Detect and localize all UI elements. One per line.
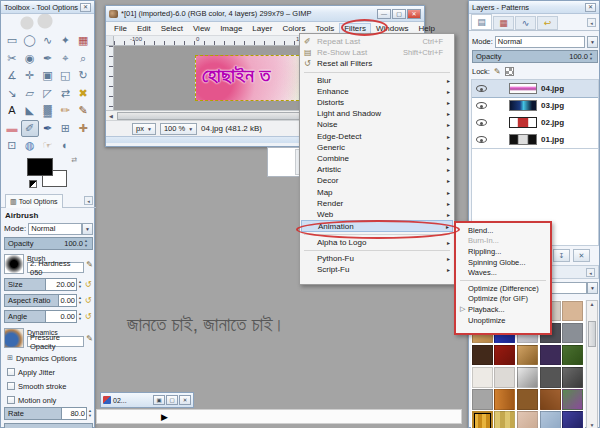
pattern-swatch[interactable] xyxy=(562,389,583,410)
foreground-color-swatch[interactable] xyxy=(27,158,53,176)
smudge-tool-button[interactable]: ☞ xyxy=(39,137,57,155)
checkbox-box[interactable] xyxy=(7,382,15,390)
rotate-tool-button[interactable]: ↻ xyxy=(74,67,92,85)
rate-spinner[interactable]: ▲▼ xyxy=(87,408,93,419)
bucket-fill-tool-button[interactable]: ◣ xyxy=(21,102,39,120)
animation-submenu-item-optimize-for-gif[interactable]: Optimize (for GIF) xyxy=(457,294,549,305)
animation-submenu-item-burn-in[interactable]: Burn-In... xyxy=(457,236,549,247)
maximize-button[interactable]: ▢ xyxy=(166,395,178,405)
pattern-swatch[interactable] xyxy=(494,345,515,366)
dodge-burn-tool-button[interactable]: ◐ xyxy=(56,137,74,155)
filters-menu-item-re-show-last[interactable]: ▤Re-Show LastShift+Ctrl+F xyxy=(301,47,453,58)
select-by-color-tool-button[interactable]: ▦ xyxy=(74,32,92,50)
opacity-slider[interactable]: Opacity 100.0 ▲▼ xyxy=(4,237,93,250)
pattern-swatch[interactable] xyxy=(472,389,493,410)
visibility-eye-icon[interactable] xyxy=(476,85,487,92)
lock-pixels-icon[interactable]: ✎ xyxy=(494,67,501,76)
menu-select[interactable]: Select xyxy=(156,23,188,34)
crop-tool-button[interactable]: ◱ xyxy=(56,67,74,85)
patterns-scroll-down-icon[interactable]: ▼ xyxy=(590,422,595,428)
minimized-window-02[interactable]: 02... ▣▢✕ xyxy=(100,392,194,408)
maximize-button[interactable]: ▢ xyxy=(392,9,406,19)
scale-tool-button[interactable]: ↘ xyxy=(3,85,21,103)
patterns-scrollbar[interactable]: ▲ ▼ xyxy=(586,300,598,428)
filters-menu-item-alpha-to-logo[interactable]: Alpha to Logo▸ xyxy=(301,237,453,248)
unit-select[interactable]: px ▼ xyxy=(132,123,156,135)
tab-paths[interactable]: ∿ xyxy=(515,16,536,30)
color-picker-tool-button[interactable]: ⌖ xyxy=(56,50,74,68)
layer-row-02-jpg[interactable]: 02.jpg xyxy=(472,114,598,131)
filters-menu-item-script-fu[interactable]: Script-Fu▸ xyxy=(301,264,453,275)
pattern-swatch[interactable] xyxy=(517,367,538,388)
clone-tool-button[interactable]: ⊞ xyxy=(56,120,74,138)
checkbox-box[interactable] xyxy=(7,396,15,404)
pattern-swatch[interactable] xyxy=(494,411,515,428)
layers-dock-titlebar[interactable]: Layers - Patterns ✕ xyxy=(469,1,599,14)
filters-menu-item-blur[interactable]: Blur▸ xyxy=(301,75,453,86)
visibility-eye-icon[interactable] xyxy=(476,119,487,126)
close-button[interactable]: ✕ xyxy=(179,395,191,405)
align-tool-button[interactable]: ▣ xyxy=(39,67,57,85)
blur-sharpen-tool-button[interactable]: ◍ xyxy=(21,137,39,155)
pattern-swatch[interactable] xyxy=(472,367,493,388)
filters-menu-item-artistic[interactable]: Artistic▸ xyxy=(301,164,453,175)
layer-row-04-jpg[interactable]: 04.jpg xyxy=(472,80,598,97)
eraser-tool-button[interactable]: ▬ xyxy=(3,120,21,138)
restore-button[interactable]: ▣ xyxy=(153,395,165,405)
toolbox-close-icon[interactable]: ✕ xyxy=(80,3,91,12)
pattern-swatch[interactable] xyxy=(540,389,561,410)
layer-opacity-spinner[interactable]: ▲▼ xyxy=(588,51,594,62)
checkbox-smooth-stroke[interactable]: Smooth stroke xyxy=(7,381,66,391)
filters-menu-item-light-and-shadow[interactable]: Light and Shadow▸ xyxy=(301,108,453,119)
filters-menu-item-render[interactable]: Render▸ xyxy=(301,198,453,209)
animation-submenu-item-blend[interactable]: Blend... xyxy=(457,225,549,236)
ellipse-select-tool-button[interactable]: ◯ xyxy=(21,32,39,50)
mode-select[interactable]: Normal xyxy=(28,223,82,235)
layer-mode-select[interactable]: Normal xyxy=(495,36,585,48)
patterns-menu-button[interactable]: ◂ xyxy=(586,268,595,277)
zoom-select[interactable]: 100 % ▼ xyxy=(160,123,197,135)
rectangle-select-tool-button[interactable]: ▭ xyxy=(3,32,21,50)
tool-options-menu-button[interactable]: ◂ xyxy=(84,196,93,205)
filters-menu-item-generic[interactable]: Generic▸ xyxy=(301,142,453,153)
move-tool-button[interactable]: ✛ xyxy=(21,67,39,85)
dock-menu-button[interactable]: ◂ xyxy=(587,18,596,27)
pattern-swatch[interactable] xyxy=(517,411,538,428)
checkbox-box[interactable] xyxy=(7,368,15,376)
pencil-tool-button[interactable]: ✏ xyxy=(56,102,74,120)
animation-submenu-item-unoptimize[interactable]: Unoptimize xyxy=(457,315,549,326)
layer-opacity-slider[interactable]: Opacity 100.0 ▲▼ xyxy=(472,50,598,63)
filters-menu-item-python-fu[interactable]: Python-Fu▸ xyxy=(301,253,453,264)
menu-file[interactable]: File xyxy=(109,23,132,34)
filters-menu-item-edge-detect[interactable]: Edge-Detect▸ xyxy=(301,131,453,142)
animation-submenu-item-waves[interactable]: Waves... xyxy=(457,267,549,278)
paintbrush-tool-button[interactable]: ✎ xyxy=(74,102,92,120)
flip-tool-button[interactable]: ⇄ xyxy=(56,85,74,103)
mode-dropdown-icon[interactable]: ▼ xyxy=(82,223,93,235)
menu-edit[interactable]: Edit xyxy=(132,23,156,34)
menu-layer[interactable]: Layer xyxy=(247,23,277,34)
expander-icon[interactable]: ⊞ xyxy=(7,354,13,362)
foreground-select-tool-button[interactable]: ◉ xyxy=(21,50,39,68)
tab-layers[interactable]: ▤ xyxy=(471,14,492,30)
paths-tool-button[interactable]: ✒ xyxy=(39,50,57,68)
pattern-dropdown-icon[interactable]: ▼ xyxy=(587,282,598,294)
ink-tool-button[interactable]: ✒ xyxy=(39,120,57,138)
brush-edit-icon[interactable]: ✎ xyxy=(86,260,93,269)
checkbox-apply-jitter[interactable]: Apply Jitter xyxy=(7,367,55,377)
pattern-swatch[interactable] xyxy=(562,367,583,388)
pattern-swatch[interactable] xyxy=(517,345,538,366)
pattern-swatch[interactable] xyxy=(540,345,561,366)
animation-submenu-item-optimize-difference[interactable]: Optimize (Difference) xyxy=(457,283,549,294)
heal-tool-button[interactable]: ✚ xyxy=(74,120,92,138)
aspect-ratio-row[interactable]: Aspect Ratio 0.00 ▲▼ ↺ xyxy=(4,294,93,307)
filters-menu-item-combine[interactable]: Combine▸ xyxy=(301,153,453,164)
pattern-swatch[interactable] xyxy=(562,323,583,344)
pattern-swatch[interactable] xyxy=(562,301,583,322)
tab-tool-options[interactable]: ▥ Tool Options xyxy=(5,194,63,208)
close-button[interactable]: ✕ xyxy=(407,9,421,19)
visibility-eye-icon[interactable] xyxy=(476,102,487,109)
brush-thumbnail[interactable] xyxy=(4,254,24,274)
layer-row-01-jpg[interactable]: 01.jpg xyxy=(472,131,598,148)
checkbox-motion-only[interactable]: Motion only xyxy=(7,395,56,405)
